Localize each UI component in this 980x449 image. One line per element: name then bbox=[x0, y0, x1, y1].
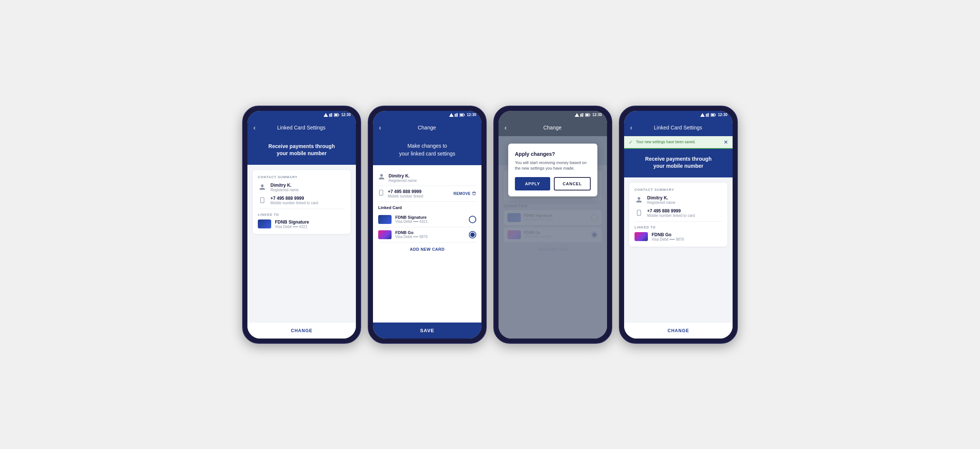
svg-rect-15 bbox=[465, 114, 465, 115]
linked-card-row-1: FDNB Signature Visa Debit •••• 4321 bbox=[258, 219, 345, 229]
divider-1 bbox=[258, 209, 345, 209]
header-title-1: Linked Card Settings bbox=[259, 125, 343, 131]
apply-button-3[interactable]: APPLY bbox=[515, 177, 550, 190]
svg-marker-9 bbox=[449, 113, 453, 117]
header-1: ‹ Linked Card Settings bbox=[247, 119, 356, 136]
phone-2: 12:30 ‹ Change Make changes to your link… bbox=[368, 105, 487, 344]
remove-button-2[interactable]: REMOVE bbox=[453, 191, 476, 196]
contact-phone-row-4: +7 495 888 9999 Mobile number linked to … bbox=[635, 208, 722, 217]
screen-4: 12:30 ‹ Linked Card Settings ✓ Your new … bbox=[624, 111, 733, 339]
status-bar-2: 12:30 bbox=[373, 111, 482, 119]
svg-rect-19 bbox=[580, 114, 581, 117]
linked-card-row-4: FDNB Go Visa Debit •••• 9876 bbox=[635, 232, 722, 241]
hero-text-2: Make changes to your linked card setting… bbox=[380, 142, 474, 158]
svg-marker-0 bbox=[324, 113, 328, 117]
change-button-1[interactable]: CHANGE bbox=[247, 323, 356, 339]
modal-overlay-3: Apply changes? You will start receiving … bbox=[498, 136, 607, 339]
svg-rect-6 bbox=[339, 114, 340, 115]
svg-rect-14 bbox=[460, 114, 463, 116]
svg-rect-32 bbox=[716, 114, 716, 115]
svg-rect-20 bbox=[581, 113, 582, 117]
radio-2-0[interactable] bbox=[469, 216, 476, 223]
linked-card-label-2: Linked Card bbox=[378, 201, 476, 212]
phone-row-2: +7 495 888 9999 Mobile number linked REM… bbox=[378, 186, 476, 201]
summary-card-4: CONTACT SUMMARY Dimitry K. Registered na… bbox=[629, 183, 727, 247]
change-button-4[interactable]: CHANGE bbox=[624, 323, 733, 339]
header-title-3: Change bbox=[511, 125, 594, 131]
card-sub-2-0: Visa Debit •••• 4321 bbox=[395, 219, 465, 224]
person-icon-4 bbox=[635, 195, 643, 204]
mobile-icon-2 bbox=[378, 189, 384, 198]
linked-card-sub-4: Visa Debit •••• 9876 bbox=[652, 237, 684, 241]
modal-buttons-3: APPLY CANCEL bbox=[515, 177, 591, 190]
header-title-2: Change bbox=[385, 125, 469, 131]
svg-rect-10 bbox=[455, 114, 455, 117]
svg-rect-27 bbox=[706, 114, 706, 117]
svg-rect-29 bbox=[708, 113, 709, 117]
card-option-2-0[interactable]: FDNB Signature Visa Debit •••• 4321 bbox=[378, 212, 476, 227]
time-2: 12:30 bbox=[466, 113, 476, 117]
hero-1: Receive payments through your mobile num… bbox=[247, 136, 356, 165]
contact-name-1: Dimitry K. bbox=[270, 183, 299, 188]
linked-to-label-1: LINKED TO bbox=[258, 213, 345, 216]
screen-body-1: CONTACT SUMMARY Dimitry K. Registered na… bbox=[247, 165, 356, 339]
svg-rect-24 bbox=[590, 114, 591, 115]
close-button-4[interactable]: ✕ bbox=[724, 139, 728, 145]
svg-point-8 bbox=[262, 201, 262, 202]
time-4: 12:30 bbox=[718, 113, 727, 117]
svg-rect-11 bbox=[456, 113, 457, 117]
contact-phone-sub-4: Mobile number linked to card bbox=[647, 214, 695, 217]
time-3: 12:30 bbox=[592, 113, 602, 117]
status-bar-1: 12:30 bbox=[247, 111, 356, 119]
card-chip-4 bbox=[635, 232, 648, 241]
back-button-1[interactable]: ‹ bbox=[253, 124, 256, 131]
svg-rect-2 bbox=[330, 113, 331, 117]
status-bar-4: 12:30 bbox=[624, 111, 733, 119]
phone-3: 12:30 ‹ Change Make changes to your link… bbox=[493, 105, 612, 344]
screen-1: 12:30 ‹ Linked Card Settings Receive pay… bbox=[247, 111, 356, 339]
svg-marker-18 bbox=[575, 113, 579, 117]
svg-marker-26 bbox=[700, 113, 705, 117]
contact-phone-sub-1: Mobile number linked to card bbox=[270, 201, 318, 205]
hero-text-1: Receive payments through your mobile num… bbox=[255, 143, 348, 157]
cancel-button-3[interactable]: CANCEL bbox=[554, 177, 591, 190]
header-2: ‹ Change bbox=[373, 119, 482, 136]
contact-summary-label-1: CONTACT SUMMARY bbox=[258, 175, 345, 179]
save-button-2[interactable]: SAVE bbox=[373, 323, 482, 339]
card-chip-2-1 bbox=[378, 230, 391, 239]
status-icons-4 bbox=[700, 113, 716, 117]
back-button-2[interactable]: ‹ bbox=[379, 124, 381, 131]
back-button-3[interactable]: ‹ bbox=[504, 124, 507, 131]
svg-rect-23 bbox=[586, 114, 589, 116]
status-bar-3: 12:30 bbox=[498, 111, 607, 119]
modal-box-3: Apply changes? You will start receiving … bbox=[508, 144, 597, 197]
hero-4: Receive payments through your mobile num… bbox=[624, 149, 733, 177]
screen-2: 12:30 ‹ Change Make changes to your link… bbox=[373, 111, 482, 339]
svg-rect-3 bbox=[331, 113, 332, 117]
contact-name-row-1: Dimitry K. Registered name bbox=[258, 183, 345, 192]
phone-4: 12:30 ‹ Linked Card Settings ✓ Your new … bbox=[619, 105, 738, 344]
svg-rect-1 bbox=[329, 114, 330, 117]
svg-rect-28 bbox=[707, 113, 708, 117]
contact-name-sub-4: Registered name bbox=[647, 200, 675, 205]
change-body-2: Dimitry K. Registered name +7 495 888 99… bbox=[373, 165, 482, 323]
status-icons-2 bbox=[449, 113, 465, 117]
back-button-4[interactable]: ‹ bbox=[630, 124, 632, 131]
check-icon-4: ✓ bbox=[628, 139, 633, 145]
linked-to-label-4: LINKED TO bbox=[635, 225, 722, 229]
summary-card-1: CONTACT SUMMARY Dimitry K. Registered na… bbox=[253, 170, 351, 234]
contact-name-row-4: Dimitry K. Registered name bbox=[635, 195, 722, 205]
screen3-wrapper: Make changes to your linked card setting… bbox=[498, 136, 607, 339]
svg-point-17 bbox=[381, 194, 381, 195]
phone-icon-1 bbox=[258, 196, 267, 205]
success-banner-4: ✓ Your new settings have been saved. ✕ bbox=[624, 136, 733, 149]
svg-rect-31 bbox=[711, 114, 714, 116]
card-option-2-1[interactable]: FDNB Go Visa Debit •••• 9876 bbox=[378, 227, 476, 243]
add-new-button-2[interactable]: ADD NEW CARD bbox=[378, 243, 476, 256]
header-4: ‹ Linked Card Settings bbox=[624, 119, 733, 136]
person-icon-1 bbox=[258, 183, 267, 192]
hero-text-4: Receive payments through your mobile num… bbox=[632, 155, 725, 170]
card-name-2-0: FDNB Signature bbox=[395, 215, 465, 219]
modal-body-3: You will start receiving money based on … bbox=[515, 160, 591, 171]
radio-2-1[interactable] bbox=[469, 231, 476, 238]
